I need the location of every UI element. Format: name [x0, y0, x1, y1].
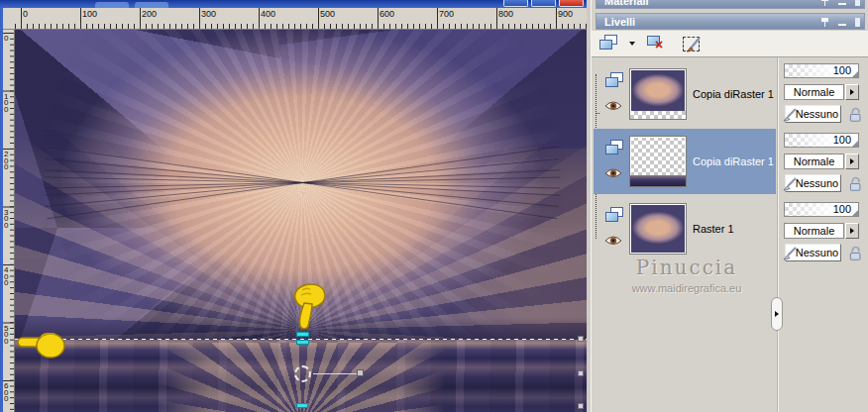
h-ruler-label: 400	[261, 9, 275, 19]
opacity-value: 100	[833, 134, 851, 146]
layer-controls-group: 100 Normale Nessuno	[782, 132, 868, 197]
arrow-right-icon	[850, 158, 854, 164]
minimize-button[interactable]	[503, 0, 528, 7]
watermark: Pinuccia www.maidiregrafica.eu	[592, 256, 782, 294]
image-window-titlebar[interactable]	[0, 0, 587, 8]
blend-mode-dropdown-arrow[interactable]	[845, 154, 859, 169]
layer-type-icon	[603, 138, 625, 156]
layer-visibility-eye-icon[interactable]	[604, 233, 622, 245]
layer-opacity-slider[interactable]: 100	[784, 133, 859, 148]
layer-type-icon	[603, 205, 625, 224]
layer-thumbnail[interactable]	[629, 203, 687, 255]
canvas[interactable]	[15, 30, 587, 412]
livelli-title: Livelli	[604, 16, 635, 28]
link-group-row: Nessuno	[782, 244, 865, 262]
panel-menu-icon[interactable]	[855, 18, 860, 27]
watermark-name: Pinuccia	[592, 256, 782, 279]
layer-list: Copia diRaster 1 Copia diRaster 1	[594, 61, 776, 263]
blend-mode-row: Normale	[784, 223, 859, 240]
layer-thumbnail[interactable]	[629, 68, 687, 120]
deform-handle[interactable]	[578, 370, 584, 376]
v-ruler-label: 4 0 0	[4, 267, 8, 287]
layers-toolbar: ×	[592, 31, 868, 57]
collapse-icon[interactable]	[838, 3, 846, 5]
v-ruler-label: 2 0 0	[4, 152, 8, 171]
layer-name-label: Copia diRaster 1	[693, 155, 774, 167]
rotation-arm-handle[interactable]	[357, 369, 364, 376]
blend-mode-select[interactable]: Normale	[784, 154, 844, 169]
pointing-hand-down-icon	[289, 281, 331, 333]
panel-splitter[interactable]	[777, 57, 779, 412]
pin-icon[interactable]	[821, 0, 829, 7]
opacity-slider-thumb[interactable]	[852, 71, 858, 77]
delete-layer-button[interactable]: ×	[643, 33, 673, 55]
collapse-icon[interactable]	[838, 24, 846, 26]
brush-icon	[783, 246, 798, 260]
ruler-corner	[3, 8, 15, 30]
opacity-slider-thumb[interactable]	[852, 210, 858, 216]
watermark-url: www.maidiregrafica.eu	[592, 282, 782, 294]
layers-palette: Materiali Livelli ×	[591, 0, 868, 412]
new-layer-button[interactable]	[597, 33, 637, 55]
pointing-hand-left-icon	[17, 327, 66, 360]
panel-splitter-handle[interactable]	[771, 297, 783, 331]
rotation-pivot-arm	[313, 373, 357, 374]
blend-mode-select[interactable]: Normale	[784, 84, 844, 100]
lock-icon[interactable]	[847, 245, 864, 261]
blend-mode-select[interactable]: Normale	[784, 223, 844, 239]
v-ruler-label: 1 0 0	[4, 94, 8, 114]
layer-row[interactable]: Raster 1	[594, 196, 776, 261]
materiali-panel-titlebar[interactable]: Materiali	[596, 0, 865, 9]
layer-controls-column: 100 Normale Nessuno 100	[782, 57, 868, 270]
brush-icon	[783, 176, 798, 191]
layer-row[interactable]: Copia diRaster 1	[594, 61, 776, 127]
h-ruler-label: 500	[320, 9, 335, 19]
h-ruler-label: 900	[558, 9, 573, 19]
layer-opacity-slider[interactable]: 100	[784, 63, 859, 78]
blend-mode-dropdown-arrow[interactable]	[845, 223, 859, 239]
layer-name-label: Raster 1	[693, 223, 734, 235]
v-ruler-label: 5 0 0	[4, 326, 8, 346]
link-group-row: Nessuno	[782, 174, 865, 193]
converging-lines	[45, 182, 560, 183]
blend-mode-row: Normale	[784, 84, 859, 101]
layer-visibility-eye-icon[interactable]	[604, 165, 622, 177]
arrow-right-icon	[850, 89, 854, 95]
deform-handle[interactable]	[578, 403, 584, 409]
maximize-button[interactable]	[531, 0, 556, 7]
h-ruler-label: 300	[201, 9, 216, 19]
close-button[interactable]	[559, 0, 584, 7]
vertical-ruler: 01 0 02 0 03 0 04 0 05 0 06 0 0	[3, 30, 15, 412]
horizontal-ruler: 0100200300400500600700800900	[15, 8, 587, 30]
selection-handle-cyan[interactable]	[296, 340, 309, 345]
psp-workspace: 0100200300400500600700800900 01 0 02 0 0…	[0, 0, 868, 412]
layer-thumbnail[interactable]	[629, 136, 687, 187]
layer-visibility-eye-icon[interactable]	[604, 98, 622, 110]
pin-icon[interactable]	[821, 17, 829, 28]
h-ruler-label: 100	[82, 9, 97, 19]
h-ruler-label: 700	[439, 9, 454, 19]
brush-icon	[783, 107, 798, 122]
layer-name-label: Copia diRaster 1	[693, 88, 774, 100]
opacity-value: 100	[833, 64, 851, 76]
blend-mode-row: Normale	[784, 154, 859, 170]
splitter-arrow-icon	[775, 311, 779, 317]
selection-handle-cyan[interactable]	[296, 403, 308, 408]
edit-selection-button[interactable]	[679, 33, 708, 55]
layer-row[interactable]: Copia diRaster 1	[594, 129, 776, 194]
layer-type-icon	[603, 70, 625, 89]
v-ruler-label: 6 0 0	[4, 383, 8, 403]
opacity-value: 100	[833, 203, 851, 215]
blend-mode-dropdown-arrow[interactable]	[845, 84, 859, 100]
livelli-panel-titlebar[interactable]: Livelli	[596, 13, 865, 30]
deform-handle[interactable]	[578, 336, 584, 342]
lock-icon[interactable]	[847, 175, 864, 192]
opacity-slider-thumb[interactable]	[852, 141, 858, 147]
rotation-pivot-icon[interactable]	[294, 365, 311, 382]
materiali-title: Materiali	[604, 0, 649, 7]
new-layer-dropdown-arrow-icon[interactable]	[629, 42, 635, 46]
panel-menu-icon[interactable]	[855, 0, 860, 6]
arrow-right-icon	[850, 228, 854, 234]
lock-icon[interactable]	[847, 106, 864, 123]
layer-opacity-slider[interactable]: 100	[784, 202, 859, 217]
